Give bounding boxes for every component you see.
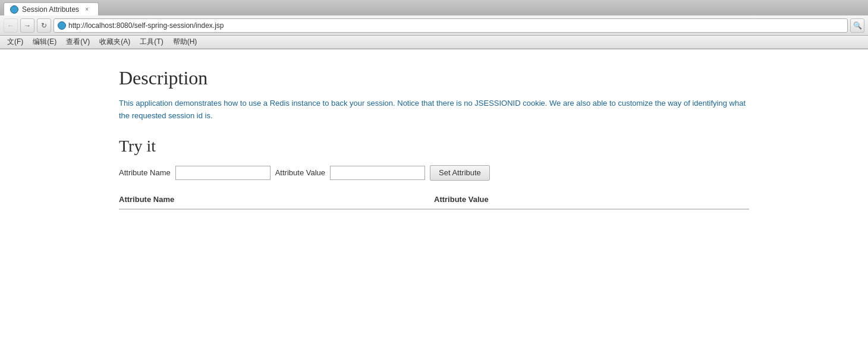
description-heading: Description <box>119 67 749 89</box>
set-attribute-button[interactable]: Set Attribute <box>430 165 490 181</box>
address-favicon <box>58 21 66 30</box>
tab-title: Session Attributes <box>22 5 79 14</box>
attribute-form: Attribute Name Attribute Value Set Attri… <box>119 165 749 181</box>
attribute-value-input[interactable] <box>330 166 425 180</box>
back-button[interactable]: ← <box>4 18 18 33</box>
tab-close-button[interactable]: × <box>83 5 91 14</box>
col-header-value: Attribute Value <box>434 195 749 204</box>
browser-tab[interactable]: Session Attributes × <box>4 2 99 15</box>
menu-help[interactable]: 帮助(H) <box>168 36 202 48</box>
tab-favicon <box>10 5 18 14</box>
attribute-name-input[interactable] <box>175 166 271 180</box>
refresh-button[interactable]: ↻ <box>37 18 51 33</box>
description-paragraph: This application demonstrates how to use… <box>119 97 749 122</box>
tab-bar: Session Attributes × <box>0 0 868 15</box>
attribute-value-label: Attribute Value <box>275 168 325 177</box>
attributes-table: Attribute Name Attribute Value <box>119 195 749 210</box>
refresh-icon: ↻ <box>41 21 47 30</box>
browser-chrome: Session Attributes × ← → ↻ 🔍 文(F) 编辑(E) … <box>0 0 868 49</box>
url-input[interactable] <box>68 21 844 30</box>
search-icon: 🔍 <box>853 21 862 30</box>
try-heading: Try it <box>119 137 749 156</box>
forward-icon: → <box>24 21 31 30</box>
menu-file[interactable]: 文(F) <box>2 36 28 48</box>
menu-edit[interactable]: 编辑(E) <box>28 36 61 48</box>
menu-tools[interactable]: 工具(T) <box>135 36 168 48</box>
table-header-row: Attribute Name Attribute Value <box>119 195 749 210</box>
address-bar[interactable] <box>54 18 848 33</box>
menu-view[interactable]: 查看(V) <box>61 36 95 48</box>
menu-bar: 文(F) 编辑(E) 查看(V) 收藏夹(A) 工具(T) 帮助(H) <box>0 36 868 49</box>
search-button[interactable]: 🔍 <box>850 18 864 33</box>
forward-button[interactable]: → <box>20 18 34 33</box>
page-content: Description This application demonstrate… <box>0 49 868 232</box>
col-header-name: Attribute Name <box>119 195 434 204</box>
back-icon: ← <box>7 21 14 30</box>
attribute-name-label: Attribute Name <box>119 168 171 177</box>
menu-favorites[interactable]: 收藏夹(A) <box>95 36 135 48</box>
nav-bar: ← → ↻ 🔍 <box>0 15 868 36</box>
